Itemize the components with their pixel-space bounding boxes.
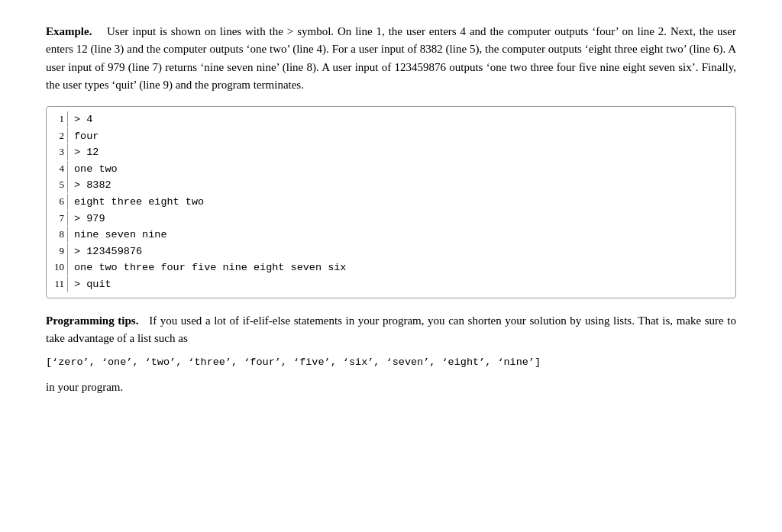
line-number: 7 bbox=[47, 211, 68, 227]
line-content: > 8382 bbox=[68, 177, 111, 194]
code-list: [‘zero’, ‘one’, ‘two’, ‘three’, ‘four’, … bbox=[46, 355, 736, 371]
line-content: > quit bbox=[68, 276, 111, 293]
line-number: 3 bbox=[47, 144, 68, 160]
example-paragraph: Example. User input is shown on lines wi… bbox=[46, 23, 736, 94]
programming-tips-description: If you used a lot of if-elif-else statem… bbox=[46, 314, 736, 344]
programming-tips-block: Programming tips. If you used a lot of i… bbox=[46, 312, 736, 397]
line-content: eight three eight two bbox=[68, 194, 204, 211]
code-row: 2four bbox=[47, 128, 735, 145]
line-number: 2 bbox=[47, 128, 68, 144]
example-label: Example. bbox=[46, 25, 92, 37]
line-content: > 123459876 bbox=[68, 243, 142, 260]
code-row: 8nine seven nine bbox=[47, 227, 735, 243]
line-number: 5 bbox=[47, 177, 68, 193]
code-row: 3> 12 bbox=[47, 144, 735, 161]
line-number: 6 bbox=[47, 194, 68, 210]
example-description: User input is shown on lines with the > … bbox=[46, 25, 736, 91]
line-content: one two bbox=[68, 161, 118, 178]
code-box: 1> 42four3> 124one two5> 83826eight thre… bbox=[46, 106, 736, 298]
code-row: 11> quit bbox=[47, 276, 735, 293]
code-row: 1> 4 bbox=[47, 111, 735, 128]
code-row: 6eight three eight two bbox=[47, 194, 735, 211]
line-content: > 12 bbox=[68, 144, 99, 161]
example-block: Example. User input is shown on lines wi… bbox=[46, 23, 736, 94]
programming-tips-label: Programming tips. bbox=[46, 314, 138, 327]
code-row: 4one two bbox=[47, 161, 735, 178]
line-content: one two three four five nine eight seven… bbox=[68, 260, 346, 276]
line-number: 1 bbox=[47, 111, 68, 127]
line-content: > 4 bbox=[68, 111, 92, 128]
in-program-text: in your program. bbox=[46, 379, 736, 396]
code-row: 9> 123459876 bbox=[47, 243, 735, 260]
line-content: four bbox=[68, 128, 99, 145]
code-row: 7> 979 bbox=[47, 211, 735, 227]
line-content: nine seven nine bbox=[68, 227, 167, 243]
code-row: 10one two three four five nine eight sev… bbox=[47, 260, 735, 276]
line-number: 8 bbox=[47, 227, 68, 243]
line-number: 10 bbox=[47, 260, 68, 276]
line-number: 9 bbox=[47, 243, 68, 260]
programming-tips-paragraph: Programming tips. If you used a lot of i… bbox=[46, 312, 736, 348]
line-number: 11 bbox=[47, 276, 68, 292]
line-number: 4 bbox=[47, 161, 68, 177]
line-content: > 979 bbox=[68, 211, 105, 227]
code-row: 5> 8382 bbox=[47, 177, 735, 194]
